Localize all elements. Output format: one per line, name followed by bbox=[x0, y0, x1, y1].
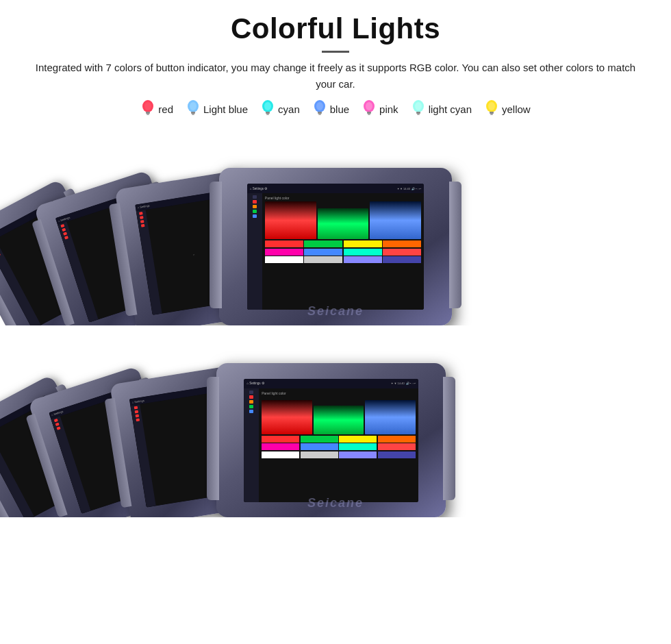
svg-rect-18 bbox=[367, 112, 371, 114]
color-item-blue: blue bbox=[312, 99, 349, 119]
device-card-front-bottom: ⌂ Settings ⚙ ✦ ▼ 14:40 🔊 ▪ ▫ ↩ bbox=[216, 363, 446, 517]
svg-rect-14 bbox=[318, 112, 322, 114]
color-label-red: red bbox=[158, 103, 173, 115]
bulb-icon-yellow bbox=[484, 99, 499, 119]
svg-point-9 bbox=[264, 102, 271, 110]
bulb-icon-red bbox=[140, 99, 155, 119]
page-wrapper: Colorful Lights Integrated with 7 colors… bbox=[0, 0, 671, 644]
svg-point-21 bbox=[415, 102, 422, 110]
svg-point-5 bbox=[190, 102, 197, 110]
svg-point-25 bbox=[488, 102, 495, 110]
title-divider bbox=[322, 51, 349, 53]
svg-rect-11 bbox=[266, 114, 269, 115]
svg-rect-10 bbox=[266, 112, 270, 114]
svg-point-17 bbox=[366, 102, 372, 110]
bulb-icon-blue bbox=[312, 99, 327, 119]
color-label-yellow: yellow bbox=[502, 103, 531, 115]
svg-rect-19 bbox=[368, 114, 370, 115]
svg-rect-22 bbox=[416, 112, 420, 114]
svg-rect-15 bbox=[318, 114, 321, 115]
svg-rect-3 bbox=[147, 114, 149, 115]
device-row-top: ⌂ Settings P bbox=[0, 127, 671, 325]
color-label-lightcyan: light cyan bbox=[429, 103, 472, 115]
color-item-pink: pink bbox=[362, 99, 398, 119]
svg-rect-6 bbox=[191, 112, 195, 114]
svg-rect-26 bbox=[490, 112, 494, 114]
bulb-icon-cyan bbox=[260, 99, 275, 119]
bulb-icon-lightcyan bbox=[411, 99, 426, 119]
color-item-lightblue: Light blue bbox=[186, 99, 248, 119]
color-label-pink: pink bbox=[379, 103, 398, 115]
color-label-lightblue: Light blue bbox=[203, 103, 248, 115]
svg-rect-2 bbox=[146, 112, 150, 114]
svg-rect-23 bbox=[417, 114, 420, 115]
subtitle: Integrated with 7 colors of button indic… bbox=[0, 60, 671, 92]
color-row: red Light blue cyan bbox=[140, 99, 530, 119]
page-title: Colorful Lights bbox=[0, 12, 671, 45]
bulb-icon-pink bbox=[362, 99, 377, 119]
color-item-yellow: yellow bbox=[484, 99, 531, 119]
svg-point-1 bbox=[144, 102, 151, 110]
svg-rect-27 bbox=[490, 114, 493, 115]
svg-point-13 bbox=[316, 102, 323, 110]
color-label-blue: blue bbox=[330, 103, 349, 115]
color-label-cyan: cyan bbox=[278, 103, 300, 115]
bulb-icon-lightblue bbox=[186, 99, 201, 119]
color-item-lightcyan: light cyan bbox=[411, 99, 472, 119]
device-row-bottom: ⌂ Settings bbox=[0, 325, 671, 517]
color-item-cyan: cyan bbox=[260, 99, 300, 119]
title-section: Colorful Lights Integrated with 7 colors… bbox=[0, 0, 671, 99]
device-card-front: ⌂ Settings ⚙ ✦ ▼ 14:40 🔊 ▪ ▫ ↩ bbox=[219, 168, 452, 325]
svg-rect-7 bbox=[192, 114, 194, 115]
color-item-red: red bbox=[140, 99, 173, 119]
